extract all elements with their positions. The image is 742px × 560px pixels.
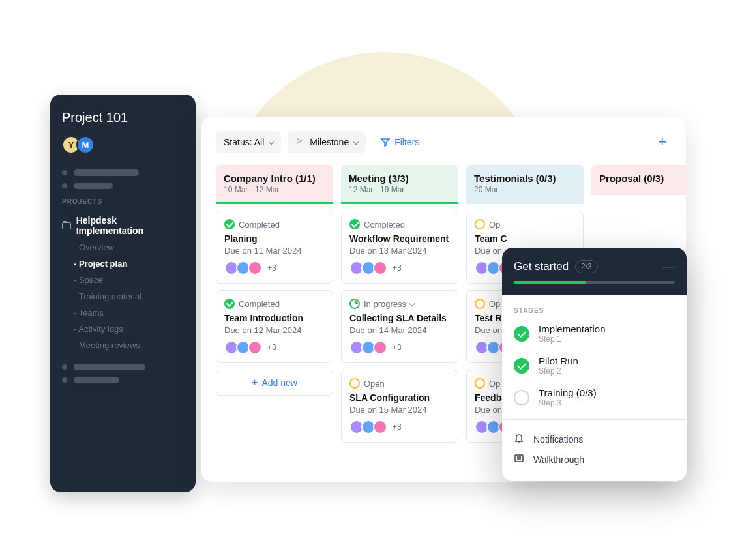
status-icon — [349, 378, 360, 389]
card-due: Due on 11 Mar 2024 — [224, 246, 325, 256]
status-label: Completed — [239, 220, 280, 229]
avatar-stack: Y M — [62, 136, 184, 154]
assignees: +3 — [224, 340, 325, 355]
column-header[interactable]: Company Intro (1/1)10 Mar - 12 Mar — [216, 165, 333, 204]
sidebar-item[interactable]: - Teams — [74, 304, 184, 321]
sidebar: Project 101 Y M PROJECTS Helpdesk Implem… — [50, 95, 196, 492]
extra-count: +3 — [393, 263, 402, 273]
sidebar-item[interactable]: - Meeting reviews — [74, 337, 184, 353]
stage-name: Training (0/3) — [539, 387, 597, 398]
column-header[interactable]: Proposal (0/3) — [591, 165, 686, 195]
status-icon — [475, 219, 485, 229]
column-header[interactable]: Meeting (3/3)12 Mar - 19 Mar — [341, 165, 458, 204]
card-due: Due on 14 Mar 2024 — [349, 325, 450, 335]
status-label: Completed — [364, 220, 405, 229]
progress-badge: 2/3 — [575, 260, 598, 273]
link-label: Notifications — [533, 434, 583, 445]
assignees: +3 — [349, 261, 450, 275]
sidebar-item[interactable]: - Training material — [74, 288, 184, 304]
card-title: Workflow Requirement — [349, 233, 450, 244]
status-label: Op — [489, 299, 500, 309]
add-new-button[interactable]: + Add new — [216, 370, 333, 396]
status-filter-label: Status: All — [224, 137, 264, 147]
status-label: Op — [489, 220, 500, 229]
sidebar-item[interactable]: - Overview — [74, 239, 184, 256]
column-title: Company Intro (1/1) — [224, 173, 325, 184]
card-title: Team C — [475, 233, 575, 244]
extra-count: +3 — [267, 343, 276, 352]
link-label: Walkthrough — [533, 454, 584, 465]
progress-bar — [514, 281, 675, 284]
card-title: Planing — [224, 233, 325, 244]
card-due: Due on 15 Mar 2024 — [349, 405, 450, 415]
stage-name: Pilot Run — [539, 355, 578, 366]
panel-link-list[interactable]: Walkthrough — [514, 449, 675, 469]
card-title: SLA Configuration — [349, 392, 450, 403]
avatar[interactable] — [373, 420, 387, 434]
task-card[interactable]: CompletedTeam IntroductionDue on 12 Mar … — [216, 290, 333, 363]
status-label: In progress — [364, 299, 406, 309]
funnel-icon — [380, 137, 391, 147]
avatar[interactable] — [248, 340, 262, 355]
card-title: Collecting SLA Details — [349, 313, 450, 323]
add-column-button[interactable]: + — [653, 131, 672, 153]
stage-step: Step 1 — [539, 334, 606, 344]
projects-section-label: PROJECTS — [62, 198, 184, 205]
extra-count: +3 — [393, 343, 402, 352]
assignees: +3 — [349, 340, 450, 355]
sidebar-project[interactable]: Helpdesk Implementation — [62, 212, 184, 239]
status-icon — [224, 219, 235, 229]
milestone-filter[interactable]: Milestone — [288, 131, 366, 153]
get-started-panel: Get started 2/3 — STAGES ImplementationS… — [502, 248, 687, 481]
check-icon — [514, 326, 529, 342]
bell-icon — [514, 433, 524, 445]
sidebar-item[interactable]: - Space — [74, 272, 184, 288]
minimize-button[interactable]: — — [663, 259, 675, 273]
column-title: Proposal (0/3) — [599, 173, 686, 184]
task-card[interactable]: CompletedPlaningDue on 11 Mar 2024+3 — [216, 211, 333, 284]
assignees: +3 — [224, 261, 325, 275]
sidebar-title: Project 101 — [62, 110, 184, 125]
stage-item[interactable]: Training (0/3)Step 3 — [514, 387, 675, 407]
stage-item[interactable]: ImplementationStep 1 — [514, 323, 675, 344]
chevron-down-icon — [353, 140, 359, 145]
status-filter[interactable]: Status: All — [216, 131, 281, 153]
card-title: Team Introduction — [224, 313, 325, 323]
task-card[interactable]: CompletedWorkflow RequirementDue on 13 M… — [341, 211, 458, 284]
stages-section-label: STAGES — [514, 307, 675, 314]
status-label: Open — [364, 379, 385, 389]
stage-item[interactable]: Pilot RunStep 2 — [514, 355, 675, 376]
filters-button[interactable]: Filters — [372, 131, 427, 153]
stage-step: Step 3 — [539, 398, 597, 407]
toolbar: Status: All Milestone Filters + — [216, 131, 672, 153]
status-icon — [475, 378, 485, 389]
avatar[interactable] — [373, 340, 387, 355]
status-label: Op — [489, 379, 500, 389]
avatar[interactable] — [373, 261, 387, 275]
avatar[interactable]: M — [76, 136, 95, 154]
task-card[interactable]: OpenSLA ConfigurationDue on 15 Mar 2024+… — [341, 370, 458, 443]
stage-step: Step 2 — [539, 366, 578, 376]
column-dates: 12 Mar - 19 Mar — [349, 185, 451, 194]
milestone-filter-label: Milestone — [310, 137, 349, 147]
column-title: Testimonials (0/3) — [474, 173, 576, 184]
column-dates: 20 Mar - — [474, 185, 576, 194]
check-icon — [514, 358, 529, 374]
sidebar-item[interactable]: - Project plan — [74, 256, 184, 272]
stage-name: Implementation — [539, 323, 606, 334]
status-label: Completed — [239, 299, 280, 309]
panel-title: Get started — [514, 260, 569, 273]
circle-icon — [514, 390, 529, 405]
column-dates: 10 Mar - 12 Mar — [224, 185, 325, 194]
panel-link-bell[interactable]: Notifications — [514, 429, 675, 449]
sidebar-item[interactable]: - Activity logs — [74, 321, 184, 337]
column-header[interactable]: Testimonials (0/3)20 Mar - — [466, 165, 584, 204]
chevron-down-icon — [269, 140, 274, 145]
chevron-down-icon — [409, 301, 415, 306]
status-icon — [349, 219, 360, 229]
filters-label: Filters — [394, 137, 419, 147]
task-card[interactable]: In progress Collecting SLA DetailsDue on… — [341, 290, 458, 363]
avatar[interactable] — [248, 261, 262, 275]
status-icon — [475, 299, 485, 309]
status-icon — [224, 299, 235, 309]
